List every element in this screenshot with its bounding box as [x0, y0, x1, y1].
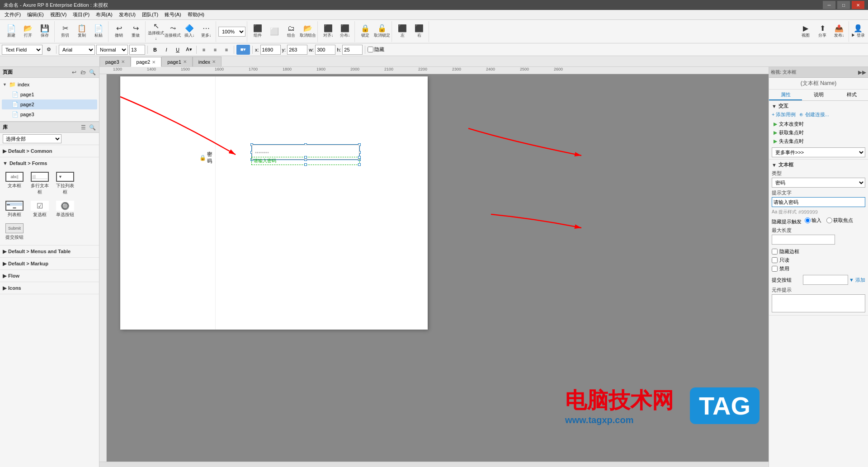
section-markup-header[interactable]: ▶ Default > Markup	[3, 259, 96, 269]
toolbar-login[interactable]: 👤 ▶ 登录	[850, 23, 866, 41]
toolbar-save[interactable]: 💾 保存	[37, 23, 53, 41]
hint-text-input[interactable]	[772, 197, 865, 207]
section-flow-header[interactable]: ▶ Flow	[3, 271, 96, 281]
more-events-select[interactable]: 更多事件>>>	[772, 147, 865, 157]
toolbar-component1[interactable]: ⬛ 组件	[250, 23, 266, 41]
canvas-content[interactable]: 🔒 密 码	[107, 74, 769, 462]
widget-radio[interactable]: 🔘 单选按钮	[53, 199, 77, 220]
dashed-handle-br[interactable]	[358, 163, 361, 166]
toolbar-undo[interactable]: ↩ 撤销	[111, 23, 127, 41]
menu-edit[interactable]: 编辑(E)	[24, 10, 47, 19]
hide-border-checkbox[interactable]	[772, 249, 778, 255]
y-input[interactable]	[287, 45, 307, 55]
menu-publish[interactable]: 发布(U)	[116, 10, 138, 19]
tab-page2-close[interactable]: ✕	[152, 60, 156, 65]
element-hint-textarea[interactable]	[772, 294, 865, 312]
maximize-button[interactable]: □	[837, 1, 850, 9]
widget-textfield[interactable]: abc| 文本框	[3, 170, 26, 197]
menu-project[interactable]: 项目(P)	[70, 10, 92, 19]
tab-page2[interactable]: page2 ✕	[131, 57, 162, 67]
canvas-white-area[interactable]: 🔒 密 码	[120, 76, 428, 330]
widget-type-select[interactable]: Text Field	[2, 45, 42, 55]
widget-checkbox[interactable]: ☑ 复选框	[28, 199, 52, 220]
toolbar-redo[interactable]: ↪ 重做	[127, 23, 144, 41]
font-color-button[interactable]: A▾	[184, 45, 194, 55]
height-input[interactable]	[342, 45, 363, 55]
toolbar-open[interactable]: 📂 打开	[20, 23, 36, 41]
tree-item-index[interactable]: ▼ 📁 index	[2, 80, 97, 90]
dashed-handle-tm[interactable]	[304, 156, 307, 159]
field-type-select[interactable]: 密码	[772, 178, 865, 188]
tab-style[interactable]: 样式	[835, 90, 868, 100]
toolbar-connect-mode[interactable]: ⤳ 连接模式	[165, 23, 181, 41]
align-right-button[interactable]: ≡	[222, 45, 231, 55]
radio-input-btn[interactable]	[805, 217, 811, 223]
toolbar-unlock[interactable]: 🔓 取消锁定	[374, 23, 390, 41]
font-style-select[interactable]: Normal	[96, 45, 128, 55]
tree-item-page2[interactable]: 📄 page2	[2, 99, 97, 109]
toolbar-publish-btn[interactable]: 📤 发布↓	[831, 23, 847, 41]
tab-page3[interactable]: page3 ✕	[99, 57, 131, 66]
radio-focus-btn[interactable]	[826, 217, 832, 223]
widget-textarea[interactable]: ⬜ 多行文本框	[28, 170, 52, 197]
section-forms-header[interactable]: ▼ Default > Forms	[3, 158, 96, 168]
right-panel-expand-btn[interactable]: ▶▶	[858, 68, 866, 76]
dashed-handle-bm[interactable]	[304, 163, 307, 166]
tab-page1[interactable]: page1 ✕	[161, 57, 193, 66]
section-icons-header[interactable]: ▶ Icons	[3, 283, 96, 293]
x-input[interactable]	[260, 45, 281, 55]
disabled-checkbox[interactable]	[772, 266, 778, 272]
toolbar-new[interactable]: 📄 新建	[3, 23, 19, 41]
add-case-link[interactable]: + 添加用例	[772, 111, 796, 118]
font-family-select[interactable]: Arial	[59, 45, 95, 55]
toolbar-align[interactable]: ⬛ 对齐↓	[320, 23, 336, 41]
readonly-checkbox[interactable]	[772, 257, 778, 263]
radio-focus-option[interactable]: 获取焦点	[826, 217, 853, 224]
menu-account[interactable]: 账号(A)	[162, 10, 184, 19]
menu-view[interactable]: 视图(V)	[47, 10, 70, 19]
width-input[interactable]	[315, 45, 335, 55]
widget-submit[interactable]: Submit 提交按钮	[3, 222, 26, 242]
tree-item-page3[interactable]: 📄 page3	[2, 109, 97, 119]
toolbar-select-mode[interactable]: ↖ 选择模式↓	[148, 23, 164, 41]
create-link[interactable]: ⊕ 创建连接...	[799, 111, 829, 118]
close-button[interactable]: ✕	[852, 1, 864, 9]
toolbar-cut[interactable]: ✂ 剪切	[57, 23, 73, 41]
bold-button[interactable]: B	[150, 45, 160, 55]
align-center-button[interactable]: ≡	[210, 45, 220, 55]
library-select[interactable]: 选择全部	[3, 134, 61, 143]
toolbar-component2[interactable]: ⬜	[266, 23, 283, 41]
toolbar-order-up[interactable]: ⬛ 左	[394, 23, 410, 41]
toolbar-insert[interactable]: 🔷 插入↓	[181, 23, 198, 41]
tab-page3-close[interactable]: ✕	[121, 59, 125, 64]
font-size-input[interactable]	[129, 45, 145, 55]
submit-add-btn[interactable]: ▼ 添加	[849, 277, 865, 283]
tab-index-close[interactable]: ✕	[212, 59, 216, 64]
menu-team[interactable]: 团队(T)	[139, 10, 161, 19]
toolbar-more[interactable]: ⋯ 更多↓	[198, 23, 214, 41]
tab-index[interactable]: index ✕	[193, 57, 222, 66]
pages-back-btn[interactable]: ↩	[70, 68, 78, 76]
radio-input-option[interactable]: 输入	[805, 217, 821, 224]
italic-button[interactable]: I	[161, 45, 171, 55]
toolbar-ungroup-btn[interactable]: 📂 取消组合	[300, 23, 316, 41]
toolbar-distribute[interactable]: ⬛ 分布↓	[337, 23, 353, 41]
submit-input[interactable]	[803, 275, 848, 285]
library-search-btn[interactable]: 🔍	[88, 123, 96, 132]
toolbar-order-down[interactable]: ⬛ 右	[411, 23, 427, 41]
horizontal-scrollbar[interactable]	[99, 462, 769, 467]
menu-file[interactable]: 文件(F)	[2, 10, 24, 19]
toolbar-lock[interactable]: 🔒 锁定	[357, 23, 373, 41]
toolbar-share[interactable]: ⬆ 分享	[814, 23, 830, 41]
section-menus-header[interactable]: ▶ Default > Menus and Table	[3, 246, 96, 256]
tab-page1-close[interactable]: ✕	[183, 59, 187, 64]
align-left-button[interactable]: ≡	[199, 45, 209, 55]
format-icon-btn[interactable]: ⚙	[44, 45, 54, 55]
tab-properties[interactable]: 属性	[769, 90, 802, 100]
minimize-button[interactable]: ─	[823, 1, 835, 9]
fill-color-button[interactable]: ■▾	[236, 45, 250, 55]
toolbar-copy[interactable]: 📋 复制	[74, 23, 90, 41]
section-common-header[interactable]: ▶ Default > Common	[3, 146, 96, 156]
widget-dropdown[interactable]: ▼ 下拉列表框	[53, 170, 77, 197]
zoom-select[interactable]: 100%	[218, 27, 245, 37]
